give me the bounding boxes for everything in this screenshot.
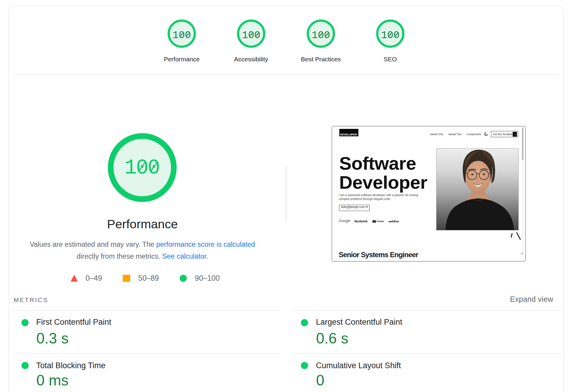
svg-text:100: 100	[125, 156, 160, 180]
svg-text:100: 100	[172, 29, 191, 41]
svg-text:100: 100	[242, 29, 260, 41]
svg-text:100: 100	[381, 29, 400, 41]
svg-text:100: 100	[312, 29, 330, 41]
